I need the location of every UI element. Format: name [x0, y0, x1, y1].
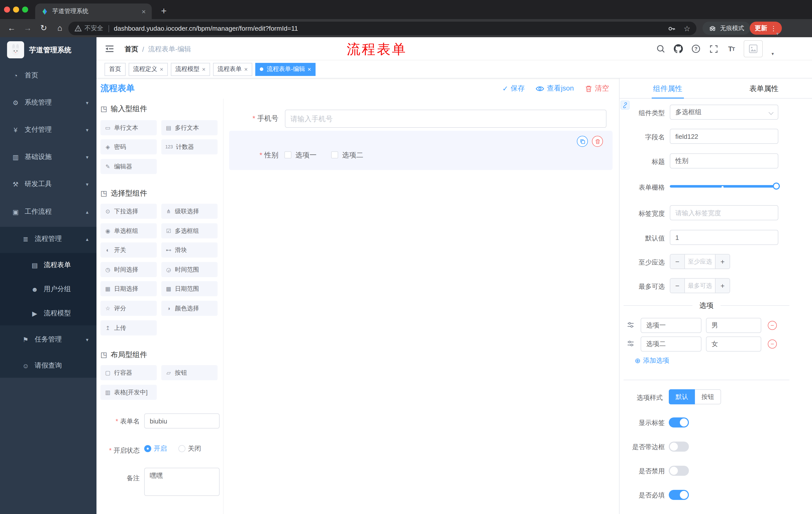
- selected-widget-gender[interactable]: 性别 选项一 选项二: [229, 131, 612, 170]
- required-switch[interactable]: [669, 490, 689, 500]
- window-close-button[interactable]: [4, 6, 10, 12]
- palette-item-editor[interactable]: ✎编辑器: [100, 159, 157, 174]
- save-button[interactable]: ✓ 保存: [502, 84, 525, 93]
- status-radio-off[interactable]: 关闭: [178, 444, 201, 453]
- field-name-input[interactable]: [670, 129, 778, 144]
- slider-handle[interactable]: [773, 183, 780, 190]
- palette-item-select[interactable]: ⊙下拉选择: [100, 204, 157, 219]
- palette-item-switch[interactable]: ◐开关: [100, 242, 157, 258]
- address-bar[interactable]: 不安全 dashboard.yudao.iocoder.cn/bpm/manag…: [68, 22, 696, 35]
- decrease-button[interactable]: −: [670, 254, 685, 269]
- password-key-icon[interactable]: [668, 24, 675, 32]
- search-icon[interactable]: [656, 44, 666, 54]
- avatar[interactable]: [744, 40, 763, 57]
- component-type-select[interactable]: 多选框组: [670, 105, 778, 120]
- palette-item-cascader[interactable]: ⋔级联选择: [161, 204, 218, 219]
- disabled-switch[interactable]: [669, 466, 689, 476]
- chevron-down-icon[interactable]: ▾: [776, 31, 779, 36]
- browser-tab[interactable]: 芋道管理系统 ×: [35, 3, 152, 19]
- back-icon[interactable]: ←: [6, 23, 17, 34]
- palette-item-slider[interactable]: ⊷滑块: [161, 242, 218, 258]
- sidebar-logo-row[interactable]: 芋道管理系统: [0, 37, 96, 62]
- sidebar-item-payment[interactable]: ¥ 支付管理 ▾: [0, 118, 96, 142]
- tab-close-icon[interactable]: ×: [141, 8, 147, 15]
- security-label[interactable]: 不安全: [84, 24, 103, 33]
- font-size-icon[interactable]: TT: [726, 44, 736, 54]
- sidebar-item-system[interactable]: ⚙ 系统管理 ▾: [0, 90, 96, 115]
- sidebar-item-process-form[interactable]: ▤ 流程表单: [0, 253, 96, 277]
- breadcrumb-home[interactable]: 首页: [125, 45, 138, 54]
- style-button-button[interactable]: 按钮: [695, 389, 721, 404]
- palette-item-multi-line-text[interactable]: ▤多行文本: [161, 120, 218, 135]
- add-option-button[interactable]: 添加选项: [635, 356, 669, 365]
- sidebar-item-infrastructure[interactable]: ▥ 基础设施 ▾: [0, 145, 96, 169]
- gender-option1-checkbox[interactable]: [284, 152, 291, 158]
- tag-process-form[interactable]: 流程表单×: [213, 63, 252, 76]
- sidebar-item-dev-tools[interactable]: ⚒ 研发工具 ▾: [0, 172, 96, 196]
- form-name-input[interactable]: [144, 413, 220, 429]
- style-default-button[interactable]: 默认: [669, 389, 695, 404]
- palette-item-counter[interactable]: 123计数器: [161, 139, 218, 154]
- palette-item-time-range[interactable]: ◶时间范围: [161, 262, 218, 277]
- title-input[interactable]: [670, 154, 778, 168]
- palette-item-single-line-text[interactable]: ▭单行文本: [100, 120, 157, 135]
- option2-value-input[interactable]: [706, 336, 761, 352]
- palette-item-color-picker[interactable]: ◑颜色选择: [161, 301, 218, 316]
- drag-handle-icon[interactable]: [627, 340, 636, 349]
- increase-button[interactable]: +: [715, 254, 730, 269]
- status-radio-on[interactable]: 开启: [144, 444, 167, 453]
- decrease-button[interactable]: −: [670, 279, 685, 293]
- drag-handle-icon[interactable]: [627, 321, 636, 330]
- sidebar-item-leave-query[interactable]: ☺ 请假查询: [0, 354, 96, 378]
- sidebar-item-home[interactable]: ◔ 首页: [0, 63, 96, 87]
- show-label-switch[interactable]: [669, 417, 689, 428]
- tag-process-model[interactable]: 流程模型×: [171, 63, 210, 76]
- phone-input[interactable]: [285, 110, 607, 128]
- palette-item-button[interactable]: ▱按钮: [161, 365, 218, 380]
- copy-widget-button[interactable]: [577, 136, 588, 147]
- palette-item-password[interactable]: ◈密码: [100, 139, 157, 154]
- home-icon[interactable]: ⌂: [54, 23, 65, 34]
- sidebar-item-process-model[interactable]: ▶ 流程模型: [0, 301, 96, 325]
- tag-process-definition[interactable]: 流程定义×: [128, 63, 168, 76]
- palette-item-row-container[interactable]: ▢行容器: [100, 365, 157, 380]
- tag-process-form-edit[interactable]: 流程表单-编辑×: [255, 63, 316, 76]
- tag-close-icon[interactable]: ×: [308, 65, 311, 73]
- max-select-value[interactable]: 最多可选: [685, 279, 715, 293]
- sidebar-item-user-group[interactable]: ☻ 用户分组: [0, 277, 96, 301]
- avatar-chevron-down-icon[interactable]: ▾: [772, 51, 774, 56]
- sidebar-item-task-management[interactable]: ⚑ 任务管理 ▾: [0, 327, 96, 352]
- palette-item-rate[interactable]: ☆评分: [100, 301, 157, 316]
- palette-item-table[interactable]: ▥表格[开发中]: [100, 385, 157, 400]
- min-select-value[interactable]: 至少应选: [685, 254, 715, 269]
- gender-option2-checkbox[interactable]: [331, 152, 338, 158]
- form-grid-slider[interactable]: [670, 179, 780, 193]
- tag-close-icon[interactable]: ×: [202, 65, 205, 73]
- window-zoom-button[interactable]: [22, 6, 28, 12]
- reload-icon[interactable]: ↻: [38, 23, 49, 34]
- option1-value-input[interactable]: [706, 318, 761, 333]
- remove-option1-button[interactable]: −: [768, 321, 777, 330]
- link-field-button[interactable]: [620, 101, 630, 110]
- url-text[interactable]: dashboard.yudao.iocoder.cn/bpm/manager/f…: [114, 25, 298, 32]
- forward-icon[interactable]: →: [22, 23, 33, 34]
- github-icon[interactable]: [673, 44, 684, 54]
- delete-widget-button[interactable]: [592, 136, 603, 147]
- palette-item-time-picker[interactable]: ◷时间选择: [100, 262, 157, 277]
- option1-label-input[interactable]: [641, 318, 701, 333]
- palette-item-date-range[interactable]: ▩日期范围: [161, 281, 218, 296]
- remove-option2-button[interactable]: −: [768, 340, 777, 349]
- default-value-input[interactable]: [670, 230, 778, 245]
- tab-form-props[interactable]: 表单属性: [716, 78, 812, 98]
- bookmark-star-icon[interactable]: ☆: [684, 24, 690, 33]
- palette-item-date-picker[interactable]: ▦日期选择: [100, 281, 157, 296]
- palette-item-checkbox-group[interactable]: ☑多选框组: [161, 223, 218, 238]
- tag-home[interactable]: 首页: [105, 63, 126, 76]
- new-tab-button[interactable]: +: [157, 4, 171, 18]
- tag-close-icon[interactable]: ×: [160, 65, 163, 73]
- help-icon[interactable]: ?: [691, 44, 701, 54]
- view-json-button[interactable]: 查看json: [536, 84, 574, 93]
- sidebar-fold-icon[interactable]: [105, 44, 115, 54]
- sidebar-item-process-management[interactable]: ≣ 流程管理 ▴: [0, 227, 96, 251]
- remark-textarea[interactable]: 嘿嘿: [144, 468, 220, 496]
